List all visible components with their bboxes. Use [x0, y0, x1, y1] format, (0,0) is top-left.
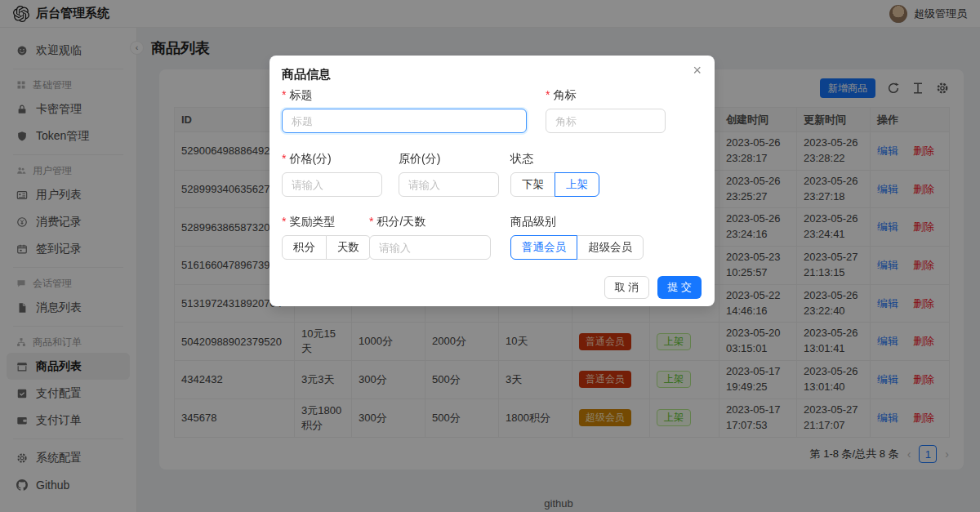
- modal-footer: 取 消 提 交: [604, 276, 702, 299]
- required-asterisk: *: [282, 215, 286, 228]
- reward-type-radio-group: 积分 天数: [282, 235, 371, 260]
- required-asterisk: *: [282, 88, 286, 101]
- price-input[interactable]: [282, 172, 382, 197]
- level-option-normal[interactable]: 普通会员: [510, 235, 577, 260]
- level-radio-group: 普通会员 超级会员: [510, 235, 644, 260]
- status-option-off[interactable]: 下架: [510, 172, 555, 197]
- product-info-modal: 商品信息 × *标题 *角标 *价格(分) *原价(分) *状态 下架 上架: [270, 56, 715, 306]
- close-icon[interactable]: ×: [693, 62, 702, 79]
- field-badge: *角标: [546, 88, 666, 133]
- level-option-super[interactable]: 超级会员: [577, 235, 644, 260]
- badge-label: *角标: [546, 88, 666, 103]
- required-asterisk: *: [282, 152, 286, 165]
- reward-type-label: *奖励类型: [282, 215, 371, 229]
- submit-button[interactable]: 提 交: [657, 276, 702, 299]
- title-input[interactable]: [282, 109, 527, 133]
- field-status: *状态 下架 上架: [510, 152, 599, 197]
- modal-title: 商品信息: [282, 67, 331, 82]
- required-asterisk: *: [546, 88, 550, 101]
- reward-type-option-points[interactable]: 积分: [282, 235, 327, 260]
- field-price: *价格(分): [282, 152, 382, 197]
- reward-type-option-days[interactable]: 天数: [326, 235, 371, 260]
- badge-input[interactable]: [546, 109, 666, 133]
- required-asterisk: *: [369, 215, 373, 228]
- field-reward-value: *积分/天数: [369, 215, 491, 260]
- reward-value-label: *积分/天数: [369, 215, 491, 229]
- field-title: *标题: [282, 88, 527, 133]
- title-label: *标题: [282, 88, 527, 103]
- price-label: *价格(分): [282, 152, 382, 167]
- level-label: *商品级别: [510, 215, 644, 229]
- status-option-on[interactable]: 上架: [555, 172, 599, 197]
- reward-value-input[interactable]: [369, 235, 491, 260]
- field-reward-type: *奖励类型 积分 天数: [282, 215, 371, 260]
- cancel-button[interactable]: 取 消: [604, 276, 650, 299]
- original-price-input[interactable]: [399, 172, 499, 197]
- field-level: *商品级别 普通会员 超级会员: [510, 215, 644, 260]
- original-price-label: *原价(分): [399, 152, 499, 167]
- status-label: *状态: [510, 152, 599, 167]
- status-radio-group: 下架 上架: [510, 172, 599, 197]
- field-original-price: *原价(分): [399, 152, 499, 197]
